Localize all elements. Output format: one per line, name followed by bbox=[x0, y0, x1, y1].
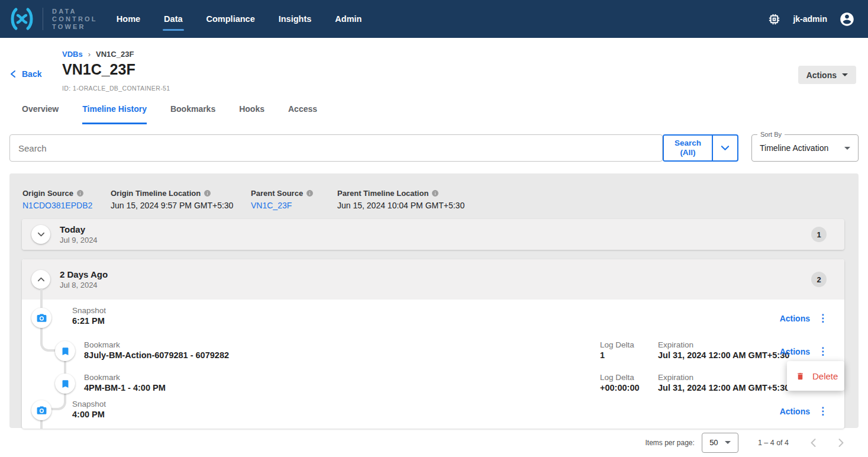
entity-id-label: ID: 1-ORACLE_DB_CONTAINER-51 bbox=[62, 85, 170, 92]
kebab-menu-icon[interactable]: ⋮ bbox=[818, 346, 828, 356]
actions-link[interactable]: Actions bbox=[780, 314, 810, 323]
nav-item-insights[interactable]: Insights bbox=[279, 9, 312, 28]
group-title: 2 Days Ago bbox=[60, 269, 108, 279]
search-button-line2: (All) bbox=[664, 148, 712, 157]
timeline-group-today: Today Jul 9, 2024 1 bbox=[22, 219, 844, 250]
parent-source-link[interactable]: VN1C_23F bbox=[251, 201, 337, 210]
info-icon[interactable] bbox=[76, 189, 84, 197]
timeline-panel: Origin Source N1CDO381EPDB2 Origin Timel… bbox=[9, 173, 859, 428]
expiration-bookmark-1: Expiration Jul 31, 2024 12:00 AM GMT+5:3… bbox=[658, 340, 789, 360]
search-button-line1: Search bbox=[664, 139, 712, 148]
timeline-row-snapshot-2: Snapshot 4:00 PM bbox=[72, 400, 106, 419]
brand-line-1: DATA bbox=[52, 8, 98, 15]
tab-bookmarks[interactable]: Bookmarks bbox=[170, 104, 215, 124]
actions-link[interactable]: Actions bbox=[780, 347, 810, 356]
chevron-right-icon bbox=[838, 438, 844, 448]
tab-access[interactable]: Access bbox=[288, 104, 317, 124]
log-delta-bookmark-1: Log Delta 1 bbox=[600, 340, 634, 360]
brand-line-3: TOWER bbox=[52, 23, 98, 31]
sort-by-select[interactable]: Sort By Timeline Activation bbox=[751, 134, 859, 162]
group-header-2-days-ago[interactable]: 2 Days Ago Jul 8, 2024 2 bbox=[22, 259, 844, 300]
filter-bar: Search (All) Sort By Timeline Activation bbox=[9, 134, 859, 162]
sort-by-value: Timeline Activation bbox=[760, 143, 844, 153]
row-actions-snapshot-1[interactable]: Actions ⋮ bbox=[780, 313, 828, 323]
summary-origin-source: Origin Source N1CDO381EPDB2 bbox=[22, 189, 111, 210]
snapshot-camera-icon bbox=[31, 400, 51, 420]
breadcrumb-separator: › bbox=[88, 50, 91, 59]
memory-chip-icon[interactable] bbox=[767, 12, 781, 26]
search-scope-dropdown[interactable] bbox=[713, 136, 737, 160]
caret-down-icon bbox=[725, 441, 731, 444]
nav-item-compliance[interactable]: Compliance bbox=[206, 9, 255, 28]
pagination-range: 1 – 4 of 4 bbox=[758, 439, 789, 447]
caret-down-icon bbox=[842, 73, 848, 76]
row-actions-bookmark-1[interactable]: Actions ⋮ bbox=[780, 346, 828, 356]
origin-timeline-location-value: Jun 15, 2024 9:57 PM GMT+5:30 bbox=[111, 201, 251, 210]
kebab-menu-icon[interactable]: ⋮ bbox=[818, 313, 828, 323]
page-header: Back VDBs › VN1C_23F VN1C_23F ID: 1-ORAC… bbox=[0, 38, 868, 104]
caret-down-icon bbox=[844, 147, 850, 150]
next-page-button[interactable] bbox=[838, 438, 844, 448]
back-label: Back bbox=[22, 69, 41, 79]
row-value: 8July-BM-Action-6079281 - 6079282 bbox=[84, 350, 229, 360]
brand-wordmark: DATA CONTROL TOWER bbox=[52, 8, 98, 31]
main-nav: Home Data Compliance Insights Admin bbox=[117, 9, 362, 28]
chevron-left-icon bbox=[810, 438, 817, 448]
group-header-today[interactable]: Today Jul 9, 2024 1 bbox=[22, 219, 844, 250]
expand-toggle-button[interactable] bbox=[31, 225, 50, 244]
tab-hooks[interactable]: Hooks bbox=[239, 104, 264, 124]
row-actions-snapshot-2[interactable]: Actions ⋮ bbox=[780, 406, 828, 416]
breadcrumb-vdbs-link[interactable]: VDBs bbox=[62, 50, 83, 59]
origin-timeline-location-label: Origin Timeline Location bbox=[111, 189, 201, 198]
group-count-badge: 2 bbox=[811, 272, 827, 287]
nav-item-home[interactable]: Home bbox=[117, 9, 140, 28]
back-button[interactable]: Back bbox=[9, 69, 41, 79]
logo-divider bbox=[43, 8, 43, 30]
previous-page-button[interactable] bbox=[810, 438, 817, 448]
info-icon[interactable] bbox=[306, 189, 314, 197]
info-icon[interactable] bbox=[431, 189, 439, 197]
summary-row: Origin Source N1CDO381EPDB2 Origin Timel… bbox=[9, 173, 859, 210]
items-per-page-label: Items per page: bbox=[645, 439, 694, 447]
bookmark-icon bbox=[55, 374, 75, 394]
log-delta-bookmark-2: Log Delta +00:00:00 bbox=[600, 373, 640, 392]
breadcrumb-current: VN1C_23F bbox=[96, 50, 134, 59]
nav-item-admin[interactable]: Admin bbox=[335, 9, 362, 28]
search-all-button[interactable]: Search (All) bbox=[664, 136, 713, 160]
tab-overview[interactable]: Overview bbox=[22, 104, 59, 124]
delete-menu-item[interactable]: Delete bbox=[812, 371, 838, 381]
search-input[interactable] bbox=[9, 134, 663, 162]
actions-link[interactable]: Actions bbox=[780, 407, 810, 416]
group-date: Jul 8, 2024 bbox=[60, 281, 108, 289]
row-type-label: Bookmark bbox=[84, 340, 229, 349]
sort-by-label: Sort By bbox=[757, 131, 785, 138]
expiration-bookmark-2: Expiration Jul 31, 2024 12:00 AM GMT+5:3… bbox=[658, 373, 789, 392]
timeline-row-snapshot-1: Snapshot 6:21 PM bbox=[72, 306, 106, 326]
summary-parent-timeline-location: Parent Timeline Location Jun 15, 2024 10… bbox=[337, 189, 464, 210]
timeline-row-bookmark-1: Bookmark 8July-BM-Action-6079281 - 60792… bbox=[84, 340, 229, 360]
group-title: Today bbox=[60, 224, 98, 234]
page-size-select[interactable]: 50 bbox=[702, 433, 738, 453]
brand-logo-icon bbox=[8, 7, 36, 31]
header-actions-button[interactable]: Actions bbox=[798, 66, 856, 84]
page-title: VN1C_23F bbox=[62, 61, 135, 78]
origin-source-link[interactable]: N1CDO381EPDB2 bbox=[22, 201, 111, 210]
page-size-value: 50 bbox=[709, 438, 718, 447]
info-icon[interactable] bbox=[204, 189, 211, 197]
timeline-group-2-days-ago: 2 Days Ago Jul 8, 2024 2 Snapshot 6:21 P… bbox=[22, 259, 844, 429]
tab-timeline-history[interactable]: Timeline History bbox=[82, 104, 147, 124]
summary-origin-timeline-location: Origin Timeline Location Jun 15, 2024 9:… bbox=[111, 189, 251, 210]
nav-item-data[interactable]: Data bbox=[164, 9, 182, 28]
group-date: Jul 9, 2024 bbox=[60, 236, 98, 244]
parent-source-label: Parent Source bbox=[251, 189, 303, 198]
row-type-label: Snapshot bbox=[72, 306, 106, 315]
collapse-toggle-button[interactable] bbox=[31, 270, 50, 289]
trash-icon bbox=[796, 372, 805, 381]
search-split-button: Search (All) bbox=[663, 134, 738, 162]
row-value: 4PM-BM-1 - 4:00 PM bbox=[84, 383, 166, 392]
group-count-badge: 1 bbox=[811, 227, 827, 242]
account-circle-icon[interactable] bbox=[839, 11, 855, 27]
pagination-bar: Items per page: 50 1 – 4 of 4 bbox=[0, 428, 868, 457]
kebab-menu-icon[interactable]: ⋮ bbox=[818, 406, 828, 416]
breadcrumb: VDBs › VN1C_23F bbox=[62, 50, 134, 59]
